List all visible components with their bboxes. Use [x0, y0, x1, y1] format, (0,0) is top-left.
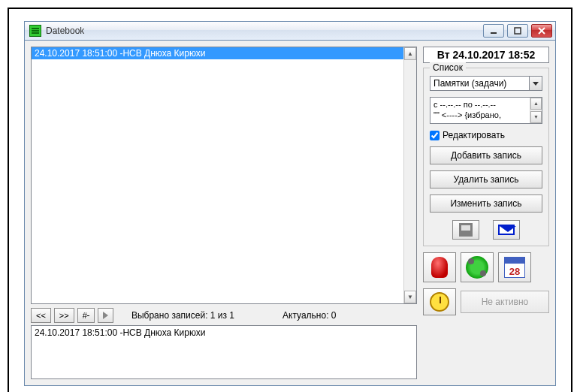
- filter-value: Памятки (задачи): [430, 76, 529, 91]
- hash-button[interactable]: #: [77, 308, 95, 323]
- filter-dropdown[interactable]: Памятки (задачи): [430, 76, 542, 91]
- edit-checkbox-row[interactable]: Редактировать: [430, 130, 542, 140]
- filter-line: "" <----> {избрано,: [433, 110, 528, 120]
- filter-box[interactable]: с --.--.-- по --.--.-- "" <----> {избран…: [430, 97, 542, 124]
- prev-button[interactable]: <<: [31, 308, 51, 323]
- calendar-icon: 28: [504, 257, 525, 278]
- edit-entry-button[interactable]: Изменить запись: [430, 194, 542, 213]
- detail-text: 24.10.2017 18:51:00 -НСВ Днюха Кирюхи: [35, 327, 413, 338]
- settings-button[interactable]: [461, 252, 494, 282]
- scroll-up-icon[interactable]: ▲: [404, 47, 416, 60]
- gear-icon: [466, 256, 488, 279]
- groupbox-title: Список: [430, 62, 466, 73]
- calendar-button[interactable]: 28: [498, 252, 531, 282]
- edit-checkbox[interactable]: [430, 131, 440, 140]
- actual-count: Актуально: 0: [282, 310, 336, 321]
- list-item[interactable]: 24.10.2017 18:51:00 -НСВ Днюха Кирюхи: [32, 47, 416, 59]
- play-icon: [103, 312, 108, 319]
- app-icon: [29, 25, 41, 37]
- scroll-down-icon[interactable]: ▼: [404, 291, 416, 303]
- inactive-button[interactable]: Не активно: [461, 291, 549, 313]
- record-button[interactable]: [423, 252, 456, 282]
- edit-label: Редактировать: [443, 130, 505, 140]
- save-button[interactable]: [452, 220, 479, 240]
- scroll-up-icon[interactable]: ▲: [530, 98, 542, 110]
- left-pane: 24.10.2017 18:51:00 -НСВ Днюха Кирюхи ▲ …: [31, 47, 417, 379]
- clock-icon: [430, 292, 449, 312]
- chevron-down-icon[interactable]: [529, 76, 542, 91]
- scrollbar[interactable]: ▲ ▼: [403, 47, 416, 303]
- nav-row: << >> # Выбрано записей: 1 из 1 Актуальн…: [31, 307, 417, 324]
- current-datetime: Вт 24.10.2017 18:52: [423, 47, 549, 63]
- add-entry-button[interactable]: Добавить запись: [430, 146, 542, 164]
- envelope-icon: [498, 225, 515, 235]
- delete-entry-button[interactable]: Удалить запись: [430, 170, 542, 188]
- close-button[interactable]: [531, 24, 552, 38]
- scrollbar[interactable]: ▲ ▼: [530, 98, 542, 123]
- minimize-button[interactable]: [483, 24, 504, 38]
- next-button[interactable]: >>: [54, 308, 74, 323]
- alarm-button[interactable]: [423, 288, 456, 315]
- detail-box[interactable]: 24.10.2017 18:51:00 -НСВ Днюха Кирюхи: [31, 325, 417, 379]
- maximize-button[interactable]: [507, 24, 528, 38]
- list-groupbox: Список Памятки (задачи) с --.--.-- по --…: [423, 68, 549, 246]
- filter-line: с --.--.-- по --.--.--: [433, 99, 528, 110]
- svg-rect-1: [515, 28, 521, 34]
- selection-count: Выбрано записей: 1 из 1: [131, 310, 234, 321]
- titlebar[interactable]: Datebook: [24, 21, 556, 41]
- app-window: Datebook 24.10.2017 18:51:00 -НСВ Днюха …: [24, 21, 556, 386]
- client-area: 24.10.2017 18:51:00 -НСВ Днюха Кирюхи ▲ …: [24, 41, 556, 386]
- scroll-down-icon[interactable]: ▼: [530, 111, 542, 123]
- microphone-icon: [431, 257, 448, 278]
- play-button[interactable]: [98, 308, 113, 323]
- floppy-icon: [459, 223, 473, 237]
- entries-listbox[interactable]: 24.10.2017 18:51:00 -НСВ Днюха Кирюхи ▲ …: [31, 47, 417, 304]
- window-title: Datebook: [46, 26, 483, 36]
- right-pane: Вт 24.10.2017 18:52 Список Памятки (зада…: [423, 47, 549, 379]
- mail-button[interactable]: [493, 220, 520, 240]
